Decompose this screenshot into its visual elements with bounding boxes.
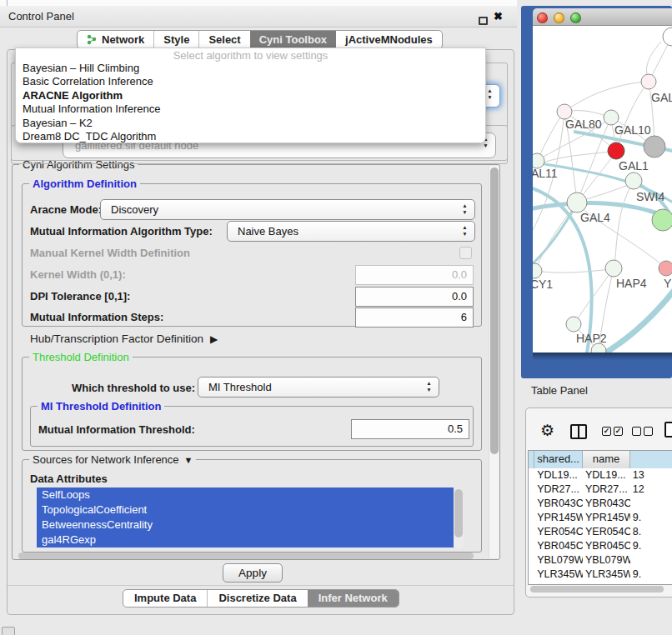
dpi-tolerance-field[interactable]: 0.0 — [355, 287, 474, 307]
attribute-list-item[interactable]: BetweennessCentrality — [37, 518, 454, 532]
deselect-all-icon[interactable] — [644, 427, 653, 436]
tab-jactivemnodules[interactable]: jActiveMNodules — [336, 31, 442, 48]
tab-network[interactable]: Network — [78, 31, 153, 48]
data-attributes-list: SelfLoopsTopologicalCoefficientBetweenne… — [37, 488, 454, 549]
mi-threshold-field[interactable]: 0.5 — [351, 419, 469, 439]
network-node[interactable] — [608, 142, 624, 159]
network-edge[interactable] — [537, 112, 564, 161]
table-cell: YLR345W — [583, 568, 630, 582]
algorithm-dropdown-popup: Select algorithm to view settings Bayesi… — [15, 48, 486, 143]
table-cell: YBL079W — [583, 553, 630, 568]
node-label: GAL80 — [565, 118, 602, 131]
collapse-arrow-icon: ▼ — [184, 455, 193, 465]
algorithm-option[interactable]: Bayesian – Hill Climbing — [16, 62, 485, 75]
table-cell — [529, 511, 534, 525]
attributes-scrollbar-thumb[interactable] — [454, 489, 463, 538]
table-row[interactable]: YBL079WYBL079W — [529, 553, 672, 568]
algorithm-option[interactable]: ARACNE Algorithm — [16, 89, 485, 102]
float-window-icon[interactable] — [479, 17, 488, 25]
table-row[interactable]: YPR145WYPR145W9. — [529, 511, 672, 525]
settings-vertical-scrollbar-thumb[interactable] — [490, 168, 499, 454]
table-horizontal-scrollbar[interactable] — [530, 586, 664, 592]
network-edge[interactable] — [540, 151, 616, 163]
network-node[interactable] — [566, 317, 581, 332]
network-edge[interactable] — [534, 269, 612, 272]
attribute-list-item[interactable]: TopologicalCoefficient — [37, 502, 454, 518]
network-node[interactable] — [533, 263, 542, 278]
manual-kernel-checkbox — [459, 247, 472, 259]
table-panel-title: Table Panel — [531, 384, 588, 397]
top-strip — [0, 0, 517, 6]
column-header-name[interactable]: name — [583, 451, 630, 468]
network-edge[interactable] — [614, 181, 634, 267]
row-handle-column-header[interactable] — [529, 451, 534, 468]
table-row[interactable]: YBR045CYBR045C9. — [529, 539, 672, 553]
window-shadow — [533, 352, 672, 360]
select-all-check-icon[interactable]: ✓ — [602, 427, 611, 436]
expand-arrow-icon: ▶ — [210, 333, 218, 345]
gear-icon[interactable]: ⚙ — [540, 421, 554, 440]
threshold-definition-title: Threshold Definition — [29, 351, 133, 363]
algorithm-option[interactable]: Dream8 DC_TDC Algorithm — [16, 130, 485, 143]
document-icon[interactable] — [664, 422, 672, 438]
mi-threshold-title: MI Threshold Definition — [38, 400, 164, 412]
tab-infer-network[interactable]: Infer Network — [308, 590, 399, 607]
table-row[interactable]: YDR27...YDR27...12 — [529, 482, 672, 497]
settings-horizontal-scrollbar[interactable] — [18, 552, 474, 559]
network-node[interactable] — [567, 192, 587, 212]
select-all-check-icon[interactable]: ✓ — [614, 427, 623, 436]
tab-impute-data[interactable]: Impute Data — [123, 590, 207, 607]
panel-divider — [8, 585, 514, 586]
algorithm-option[interactable]: Bayesian – K2 — [16, 117, 485, 130]
network-node[interactable] — [644, 136, 665, 158]
control-panel-titlebar: Control Panel ✖ — [0, 6, 517, 28]
tab-discretize-data[interactable]: Discretize Data — [207, 590, 307, 607]
table-row[interactable]: YIL052CYIL052C9 — [529, 582, 672, 585]
aracne-mode-combobox[interactable]: Discovery — [100, 199, 475, 220]
algorithm-option[interactable]: Basic Correlation Inference — [16, 75, 485, 88]
attribute-list-item[interactable]: SelfLoops — [37, 488, 454, 502]
apply-button[interactable]: Apply — [223, 563, 283, 582]
tab-cyni-toolbox[interactable]: Cyni Toolbox — [250, 31, 336, 48]
table-cell: YBR045C — [583, 539, 630, 553]
table-cell: YPR145W — [534, 511, 583, 525]
network-edge[interactable] — [533, 204, 577, 275]
minimize-traffic-light[interactable] — [554, 12, 564, 23]
tab-select[interactable]: Select — [198, 31, 249, 48]
table-row[interactable]: YBR043CYBR043C — [529, 497, 672, 511]
mi-steps-field[interactable]: 6 — [355, 308, 474, 328]
algorithm-option[interactable]: Mutual Information Inference — [16, 102, 485, 116]
column-header-clipped[interactable] — [630, 451, 672, 468]
network-node[interactable] — [625, 172, 642, 189]
column-header-shared-name[interactable]: shared... — [534, 451, 583, 468]
network-canvas[interactable]: GALGAL80GAL10GAL1GAL11SWI4GAL4GCY1HAP4YH… — [533, 26, 672, 352]
network-node[interactable] — [641, 74, 656, 89]
table-row[interactable]: YDL19...YDL19...13 — [529, 468, 672, 482]
node-label: HAP2 — [576, 332, 607, 345]
network-node[interactable] — [652, 209, 672, 231]
algorithm-definition-title: Algorithm Definition — [29, 178, 140, 190]
network-graph: GALGAL80GAL10GAL1GAL11SWI4GAL4GCY1HAP4YH… — [533, 26, 672, 352]
attribute-list-item[interactable]: gal4RGexp — [37, 532, 454, 548]
table-cell: 9. — [630, 539, 672, 553]
hub-definition-expander[interactable]: Hub/Transcription Factor Definition▶ — [30, 332, 218, 345]
collapsed-panel-icon[interactable] — [2, 627, 15, 635]
mi-steps-label: Mutual Information Steps: — [30, 311, 163, 323]
tab-style[interactable]: Style — [153, 31, 198, 48]
which-threshold-combobox[interactable]: MI Threshold — [198, 377, 439, 398]
zoom-traffic-light[interactable] — [570, 12, 581, 23]
network-edge[interactable] — [564, 82, 649, 112]
deselect-all-icon[interactable] — [632, 427, 641, 436]
table-cell: 13 — [630, 468, 672, 482]
table-row[interactable]: YER054CYER054C8. — [529, 525, 672, 539]
close-icon[interactable]: ✖ — [494, 10, 503, 23]
close-traffic-light[interactable] — [537, 12, 548, 23]
mi-type-combobox[interactable]: Naive Bayes — [227, 221, 475, 242]
table-row[interactable]: YLR345WYLR345W9. — [529, 568, 672, 582]
sources-title[interactable]: Sources for Network Inference▼ — [29, 453, 196, 467]
node-table[interactable]: shared... name YDL19...YDL19...13YDR27..… — [528, 450, 672, 585]
network-node[interactable] — [659, 261, 672, 276]
network-node[interactable] — [605, 260, 622, 277]
network-node[interactable] — [663, 28, 672, 46]
table-cell: YBR043C — [583, 497, 630, 511]
